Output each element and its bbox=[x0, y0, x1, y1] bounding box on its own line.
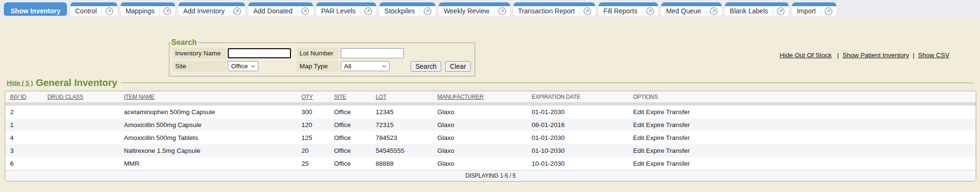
tab-label: Control bbox=[70, 6, 101, 16]
tab-label: PAR Levels bbox=[316, 6, 360, 16]
expire-link[interactable]: Expire bbox=[646, 160, 664, 167]
tab-transaction-report[interactable]: Transaction Report bbox=[513, 2, 596, 16]
cell-lot: 784523 bbox=[371, 131, 433, 144]
cell-expiration-date: 01-01-2030 bbox=[527, 106, 628, 118]
cell-inv-id: 2 bbox=[5, 106, 43, 118]
cell-site: Office bbox=[329, 106, 371, 118]
open-new-window-icon[interactable] bbox=[773, 6, 789, 16]
column-header-site[interactable]: SITE bbox=[329, 91, 371, 106]
tab-label: Import bbox=[792, 6, 821, 16]
cell-qty: 300 bbox=[297, 106, 329, 118]
show-csv-link[interactable]: Show CSV bbox=[918, 52, 949, 59]
column-header-inv-id[interactable]: INV ID bbox=[5, 91, 43, 106]
cell-expiration-date: 01-01-2030 bbox=[527, 131, 628, 144]
cell-site: Office bbox=[329, 144, 371, 157]
tab-label: Show Inventory bbox=[4, 6, 67, 16]
site-select[interactable]: Office bbox=[228, 61, 258, 71]
app-screen: Show InventoryControlMappingsAdd Invento… bbox=[0, 0, 980, 192]
clear-button[interactable]: Clear bbox=[445, 61, 470, 72]
tab-add-donated[interactable]: Add Donated bbox=[248, 2, 313, 16]
edit-link[interactable]: Edit bbox=[633, 160, 644, 167]
column-header-qty[interactable]: QTY bbox=[297, 91, 329, 106]
transfer-link[interactable]: Transfer bbox=[666, 121, 690, 128]
column-header-lot[interactable]: LOT bbox=[371, 91, 433, 106]
open-new-window-icon[interactable] bbox=[229, 6, 245, 16]
tab-med-queue[interactable]: Med Queue bbox=[661, 2, 722, 16]
column-header-item-name[interactable]: ITEM NAME bbox=[119, 91, 297, 106]
tab-label: Transaction Report bbox=[513, 6, 580, 16]
show-patient-inventory-link[interactable]: Show Patient Inventory bbox=[843, 52, 909, 59]
open-new-window-icon[interactable] bbox=[642, 6, 658, 16]
tab-label: Add Donated bbox=[248, 6, 297, 16]
expire-link[interactable]: Expire bbox=[646, 108, 664, 116]
tab-fill-reports[interactable]: Fill Reports bbox=[599, 2, 658, 16]
expire-link[interactable]: Expire bbox=[646, 121, 664, 128]
top-nav: Show InventoryControlMappingsAdd Invento… bbox=[0, 0, 980, 18]
tab-blank-labels[interactable]: Blank Labels bbox=[725, 2, 789, 16]
open-new-window-icon[interactable] bbox=[360, 6, 376, 16]
hide-out-of-stock-link[interactable]: Hide Out Of Stock bbox=[780, 52, 832, 59]
open-new-window-icon[interactable] bbox=[821, 6, 836, 16]
open-new-window-icon[interactable] bbox=[579, 6, 595, 16]
edit-link[interactable]: Edit bbox=[633, 108, 644, 116]
edit-link[interactable]: Edit bbox=[633, 121, 644, 128]
tab-stockpiles[interactable]: Stockpiles bbox=[379, 2, 435, 16]
chevron-down-icon bbox=[382, 64, 386, 67]
tab-weekly-review[interactable]: Weekly Review bbox=[439, 2, 510, 16]
tab-import[interactable]: Import bbox=[792, 2, 836, 16]
cell-drug-class bbox=[43, 144, 119, 157]
tab-control[interactable]: Control bbox=[70, 2, 117, 16]
transfer-link[interactable]: Transfer bbox=[666, 147, 690, 154]
open-new-window-icon[interactable] bbox=[706, 6, 722, 16]
table-row: 1Amoxicillin 500mg Capsule120Office72315… bbox=[5, 118, 976, 131]
open-new-window-icon[interactable] bbox=[159, 6, 175, 16]
open-new-window-icon[interactable] bbox=[420, 6, 435, 16]
cell-site: Office bbox=[329, 157, 371, 170]
cell-expiration-date: 08-01-2016 bbox=[527, 118, 628, 131]
cell-manufacturer: Glaxo bbox=[433, 131, 527, 144]
cell-inv-id: 4 bbox=[5, 131, 43, 144]
page-content: Search Inventory Name Lot Number Site Of… bbox=[0, 18, 980, 192]
tab-par-levels[interactable]: PAR Levels bbox=[316, 2, 376, 16]
chevron-down-icon bbox=[251, 64, 255, 67]
edit-link[interactable]: Edit bbox=[633, 134, 644, 141]
edit-link[interactable]: Edit bbox=[633, 147, 644, 154]
search-panel-title: Search bbox=[171, 38, 199, 47]
search-button[interactable]: Search bbox=[411, 61, 441, 72]
cell-options: Edit Expire Transfer bbox=[628, 131, 976, 144]
transfer-link[interactable]: Transfer bbox=[666, 108, 690, 116]
tab-label: Mappings bbox=[121, 6, 159, 16]
tab-label: Med Queue bbox=[661, 6, 706, 16]
map-type-select-value: All bbox=[344, 63, 351, 70]
open-new-window-icon[interactable] bbox=[297, 6, 313, 16]
cell-drug-class bbox=[43, 118, 119, 131]
site-label: Site bbox=[172, 61, 226, 72]
tab-add-inventory[interactable]: Add Inventory bbox=[178, 2, 245, 16]
cell-manufacturer: Glaxo bbox=[433, 144, 527, 157]
cell-lot: 72315 bbox=[371, 118, 433, 131]
transfer-link[interactable]: Transfer bbox=[666, 160, 690, 167]
expire-link[interactable]: Expire bbox=[646, 147, 664, 154]
inventory-name-input[interactable] bbox=[228, 48, 291, 58]
cell-manufacturer: Glaxo bbox=[433, 106, 527, 118]
cell-manufacturer: Glaxo bbox=[433, 118, 527, 131]
open-new-window-icon[interactable] bbox=[101, 6, 117, 16]
open-new-window-icon[interactable] bbox=[494, 6, 510, 16]
column-header-drug-class[interactable]: DRUG CLASS bbox=[43, 91, 119, 106]
hide-section-link[interactable]: Hide ( 5 ) bbox=[7, 79, 33, 86]
cell-expiration-date: 01-10-2030 bbox=[527, 144, 628, 157]
table-row: 2acetaminophen 500mg Capsule300Office123… bbox=[5, 106, 976, 118]
cell-qty: 120 bbox=[297, 118, 329, 131]
lot-number-input[interactable] bbox=[341, 48, 404, 58]
expire-link[interactable]: Expire bbox=[646, 134, 664, 141]
column-header-expiration-date: EXPIRATION DATE bbox=[527, 91, 628, 106]
tab-show-inventory[interactable]: Show Inventory bbox=[4, 2, 67, 16]
tab-label: Weekly Review bbox=[439, 6, 494, 16]
column-header-manufacturer[interactable]: MANUFACTURER bbox=[433, 91, 527, 106]
transfer-link[interactable]: Transfer bbox=[666, 134, 690, 141]
tab-label: Stockpiles bbox=[379, 6, 420, 16]
tab-mappings[interactable]: Mappings bbox=[121, 2, 175, 16]
map-type-select[interactable]: All bbox=[341, 61, 390, 71]
cell-inv-id: 3 bbox=[5, 144, 43, 157]
cell-manufacturer: Glaxo bbox=[433, 157, 527, 170]
